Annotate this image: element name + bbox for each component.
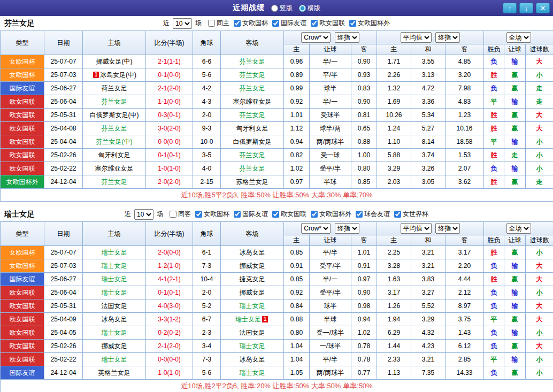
match-score: 0-1(0-0)	[146, 68, 193, 82]
euro-away-odds: 8.97	[446, 299, 484, 313]
filter-checkbox[interactable]	[311, 20, 318, 27]
euro-away-odds: 1.43	[446, 326, 484, 340]
result-handicap: 赢	[504, 340, 526, 353]
filter-checkbox[interactable]	[356, 211, 363, 218]
match-date: 25-04-04	[44, 135, 83, 149]
filter-球会友谊[interactable]: 球会友谊	[356, 210, 390, 219]
layout-option-vertical[interactable]: 竖版	[271, 4, 293, 13]
match-score: 0-1(0-1)	[146, 149, 193, 162]
filter-checkbox[interactable]	[234, 20, 241, 27]
corner-score: 6-6	[193, 55, 221, 68]
scroll-up-button[interactable]: ↑	[503, 3, 517, 13]
euro-home-odds: 1.24	[377, 122, 411, 135]
recent-count-select[interactable]: 10	[134, 209, 153, 220]
asia-away-odds: 0.90	[351, 95, 377, 109]
red-card-badge: 1	[262, 316, 268, 322]
average-select[interactable]: 平均值	[401, 32, 432, 43]
fulltime-select[interactable]: 全场	[506, 32, 531, 43]
euro-away-odds: 2.12	[446, 286, 484, 299]
filter-女欧国杯[interactable]: 女欧国杯	[195, 210, 229, 219]
asia-home-odds: 0.84	[284, 299, 310, 313]
home-team: 芬兰女足	[83, 95, 146, 109]
result-goals: 大	[526, 259, 553, 273]
filter-checkbox[interactable]	[272, 211, 279, 218]
asia-away-odds: 0.78	[351, 340, 377, 353]
filters-bar: 近 10 场 同主女欧国杯国际友谊欧女国联女欧国杯外	[4, 18, 549, 29]
col-euro-away: 客	[446, 235, 484, 246]
euro-draw-odds: 4.72	[411, 82, 446, 95]
bookmaker-select[interactable]: Crow*	[301, 223, 331, 234]
result-handicap: 赢	[504, 366, 526, 380]
team-name: 芬兰女足	[102, 178, 127, 186]
filter-女世界杯[interactable]: 女世界杯	[394, 210, 428, 219]
team-name: 匈牙利女足	[236, 125, 268, 132]
section-team-name: 瑞士女足	[4, 210, 34, 219]
corner-score: 2-3	[193, 326, 221, 340]
team-name: 芬兰女足	[240, 84, 265, 92]
result-handicap: 赢	[504, 175, 526, 189]
filter-checkbox[interactable]	[394, 211, 401, 218]
result-wdl: 胜	[484, 149, 504, 162]
filter-checkbox[interactable]	[208, 20, 215, 27]
col-score: 比分(半场)	[146, 222, 193, 246]
close-button[interactable]: ✕	[536, 3, 550, 13]
scroll-down-button[interactable]: ↓	[519, 3, 533, 13]
team-name: 瑞士女足	[102, 275, 127, 283]
filter-国际友谊[interactable]: 国际友谊	[272, 19, 306, 28]
match-row: 欧女国联25-04-08芬兰女足3-0(2-0)9-3匈牙利女足1.12球半/两…	[1, 122, 553, 135]
filter-checkbox[interactable]	[170, 211, 176, 218]
asia-handicap: 受平/半	[310, 286, 351, 299]
filter-女欧国杯外[interactable]: 女欧国杯外	[311, 210, 351, 219]
filter-同主[interactable]: 同主	[208, 19, 229, 28]
filters-bar: 近 10 场 同客女欧国杯国际友谊欧女国联女欧国杯外球会友谊女世界杯	[4, 209, 549, 220]
match-score: 1-0(1-0)	[146, 366, 193, 380]
filter-欧女国联[interactable]: 欧女国联	[272, 210, 306, 219]
bookmaker-select[interactable]: Crow*	[301, 32, 331, 43]
result-handicap: 输	[504, 259, 526, 273]
euro-away-odds: 14.33	[446, 366, 484, 380]
layout-option-horizontal[interactable]: 横版	[299, 4, 320, 13]
filter-checkbox[interactable]	[349, 20, 356, 27]
result-handicap: 赢	[504, 273, 526, 286]
euro-draw-odds: 3.74	[411, 149, 446, 162]
filter-欧女国联[interactable]: 欧女国联	[311, 19, 345, 28]
asia-home-odds: 0.88	[284, 313, 310, 326]
fulltime-select[interactable]: 全场	[506, 223, 531, 234]
filter-checkbox[interactable]	[195, 211, 202, 218]
results-tbody: 女欧国杯25-07-07瑞士女足2-0(0-0)6-1冰岛女足0.85平/半1.…	[1, 246, 553, 380]
asia-home-odds: 0.85	[284, 246, 310, 259]
euro-final-odds-select[interactable]: 终指	[435, 223, 460, 234]
home-team: 瑞士女足	[83, 353, 146, 366]
result-goals: 大	[526, 273, 553, 286]
asia-away-odds: 0.88	[351, 135, 377, 149]
team-name: 挪威女足	[240, 262, 265, 270]
euro-away-odds: 7.98	[446, 82, 484, 95]
euro-home-odds: 1.44	[377, 340, 411, 353]
euro-draw-odds: 3.13	[411, 68, 446, 82]
team-name: 白俄罗斯女足	[233, 138, 272, 145]
filter-checkbox[interactable]	[234, 211, 241, 218]
vertical-layout-radio[interactable]	[271, 5, 278, 12]
col-score: 比分(半场)	[146, 31, 193, 55]
asia-away-odds: 0.80	[351, 162, 377, 175]
match-score: 2-0(2-0)	[146, 175, 193, 189]
filter-女欧国杯[interactable]: 女欧国杯	[234, 19, 268, 28]
result-goals: 大	[526, 55, 553, 68]
euro-final-odds-select[interactable]: 终指	[435, 32, 460, 43]
euro-home-odds: 1.94	[377, 313, 411, 326]
asia-away-odds: 0.90	[351, 55, 377, 68]
filter-checkbox[interactable]	[272, 20, 279, 27]
filter-label: 女欧国杯	[204, 210, 229, 219]
horizontal-layout-radio[interactable]	[299, 5, 306, 12]
filter-女欧国杯外[interactable]: 女欧国杯外	[349, 19, 390, 28]
asia-handicap: 受球半	[310, 109, 351, 122]
filter-checkbox[interactable]	[311, 211, 318, 218]
team-name: 瑞士女足	[102, 329, 127, 336]
filter-国际友谊[interactable]: 国际友谊	[234, 210, 268, 219]
asia-final-odds-select[interactable]: 终指	[335, 32, 359, 43]
filter-同客[interactable]: 同客	[170, 210, 191, 219]
recent-count-select[interactable]: 10	[173, 18, 192, 29]
asia-final-odds-select[interactable]: 终指	[335, 223, 359, 234]
average-select[interactable]: 平均值	[401, 223, 432, 234]
home-team: 荷兰女足	[83, 82, 146, 95]
